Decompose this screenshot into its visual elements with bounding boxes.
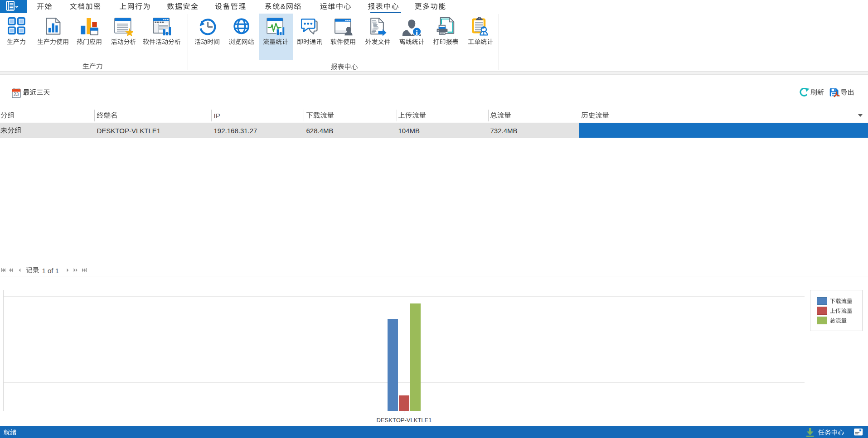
svg-text:23: 23 xyxy=(14,91,19,97)
